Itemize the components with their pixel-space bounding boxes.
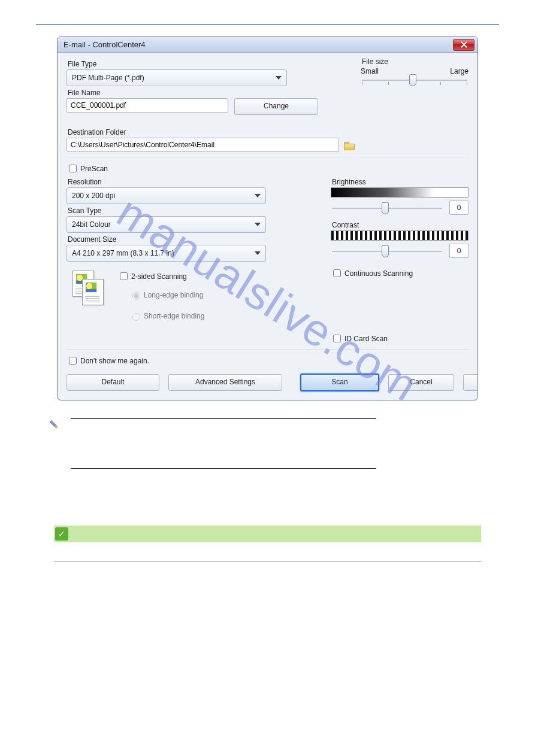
brightness-slider[interactable] [332,208,442,209]
chevron-down-icon [255,223,261,226]
id-card-scan-checkbox[interactable]: ID Card Scan [331,333,388,344]
brightness-label: Brightness [332,178,468,186]
chevron-down-icon [276,76,282,80]
help-button[interactable]: Help [463,374,478,391]
contrast-value[interactable]: 0 [449,244,468,258]
resolution-dropdown[interactable]: 200 x 200 dpi [67,187,266,204]
chevron-down-icon [255,251,261,255]
long-edge-radio[interactable]: Long-edge binding [129,290,203,300]
scan-button[interactable]: Scan [300,374,379,391]
related-item: Scan Using ControlCenter4 Home Mode (Win… [66,548,481,557]
advanced-settings-button[interactable]: Advanced Settings [168,374,282,391]
related-label: Related Information [74,529,142,538]
slider-thumb-icon [382,202,389,214]
step-8: 8. Click Scan. [54,481,481,490]
brightness-gradient [331,187,468,198]
green-rule [54,561,481,561]
slider-thumb-icon [382,245,389,257]
dialog-window: E-mail - ControlCenter4 File Type PDF Mu… [57,37,478,400]
file-name-label: File Name [68,89,343,97]
step-8-note: The machine starts scanning. Your defaul… [66,502,481,520]
chevron-down-icon [255,194,261,198]
titlebar: E-mail - ControlCenter4 [58,37,477,53]
related-info-bar: ✓ Related Information [54,526,481,542]
resolution-label: Resolution [68,178,307,186]
file-type-label: File Type [68,60,343,68]
dont-show-checkbox[interactable]: Don't show me again. [67,355,149,366]
destination-folder-input[interactable] [67,138,339,152]
check-icon: ✓ [55,527,68,541]
note-text-1: To save the document as a password-prote… [71,419,376,451]
close-icon [461,41,467,48]
scan-type-dropdown[interactable]: 24bit Colour [67,216,266,233]
file-type-dropdown[interactable]: PDF Multi-Page (*.pdf) [67,69,287,86]
destination-folder-label: Destination Folder [68,128,468,136]
window-title: E-mail - ControlCenter4 [64,37,146,52]
duplex-icon [72,271,105,303]
document-size-dropdown[interactable]: A4 210 x 297 mm (8.3 x 11.7 in) [67,245,266,262]
note-text-2: To change the file name, click Change. [71,454,376,466]
pencil-icon [49,417,62,430]
change-button[interactable]: Change [234,98,318,115]
default-button[interactable]: Default [67,374,159,391]
scan-type-label: Scan Type [68,207,307,215]
close-button[interactable] [453,39,474,51]
cancel-button[interactable]: Cancel [388,374,454,391]
browse-folder-button[interactable] [344,141,355,150]
prescan-checkbox[interactable]: PreScan [67,163,108,174]
file-size-label: File size [362,57,468,66]
file-size-slider[interactable] [362,80,467,81]
continuous-scanning-checkbox[interactable]: Continuous Scanning [331,268,413,279]
document-size-label: Document Size [68,235,307,244]
file-size-large: Large [450,67,468,75]
contrast-label: Contrast [332,221,468,229]
two-sided-checkbox[interactable]: 2-sided Scanning [117,271,187,282]
contrast-slider[interactable] [332,251,442,252]
file-size-small: Small [361,67,379,75]
short-edge-radio[interactable]: Short-edge binding [129,311,204,321]
page-top-rule [36,24,499,25]
contrast-gradient [331,230,468,241]
file-type-value: PDF Multi-Page (*.pdf) [72,71,144,85]
note-box: To save the document as a password-prote… [54,418,481,469]
slider-thumb-icon [409,74,416,86]
file-name-input[interactable] [67,98,228,113]
brightness-value[interactable]: 0 [449,201,468,215]
